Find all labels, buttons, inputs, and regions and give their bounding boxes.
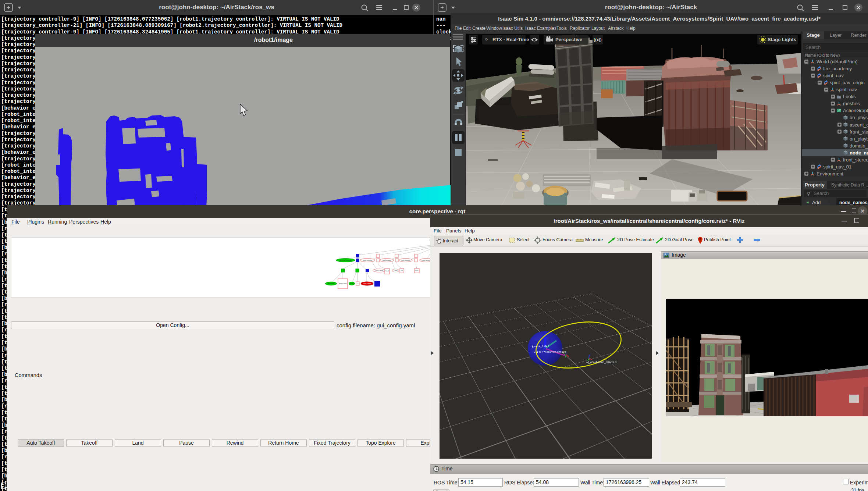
svg-text:armed: armed	[351, 283, 353, 284]
svg-text:on_phys: on_phys	[850, 115, 868, 120]
svg-text:Pause Commanded: Pause Commanded	[401, 260, 410, 261]
svg-text:x: 4.17 1726163996.082049: x: 4.17 1726163996.082049	[534, 351, 566, 353]
svg-text:Takeoff: Takeoff	[385, 270, 389, 272]
svg-text:▮ robot_1 Mk 1: ▮ robot_1 Mk 1	[532, 345, 549, 348]
svg-text:spirit_uav: spirit_uav	[836, 87, 857, 92]
svg-text:node_na: node_na	[850, 150, 868, 156]
svg-text:Pause: Pause	[416, 270, 419, 271]
svg-text:spirit_uav: spirit_uav	[823, 73, 844, 78]
svg-text:x-(_about)drone_camera.rt: x-(_about)drone_camera.rt	[586, 361, 616, 364]
svg-text:Land Commanded: Land Commanded	[383, 260, 391, 261]
svg-text:fire_academy: fire_academy	[823, 66, 852, 71]
svg-text:Auto Takeoff Commanded: Auto Takeoff Commanded	[339, 260, 352, 261]
svg-text:Takeoff Complete: Takeoff Complete	[375, 270, 383, 271]
svg-text:Looks: Looks	[843, 94, 856, 99]
svg-text:Rewind Commanded: Rewind Commanded	[421, 260, 431, 261]
svg-text:Landed: Landed	[394, 270, 398, 271]
svg-text:Takeoff Commanded: Takeoff Commanded	[363, 260, 372, 261]
svg-text:Environment: Environment	[817, 171, 843, 177]
svg-text:Request Control: Request Control	[339, 283, 347, 284]
svg-text:Takeoff Complete: Takeoff Complete	[363, 283, 371, 284]
svg-text:World (defaultPrim): World (defaultPrim)	[817, 59, 858, 64]
svg-text:domain_: domain_	[850, 143, 868, 149]
svg-text:front_stereo: front_stereo	[843, 157, 868, 163]
svg-text:spirit_uav_01: spirit_uav_01	[823, 164, 851, 170]
svg-text:arm: arm	[357, 283, 359, 285]
svg-text:ActionGraph: ActionGraph	[843, 108, 868, 113]
svg-text:ascent_c: ascent_c	[850, 122, 868, 128]
svg-text:Land: Land	[401, 270, 403, 271]
svg-text:on_playb: on_playb	[850, 136, 868, 142]
svg-text:meshes: meshes	[843, 101, 860, 106]
svg-text:Offboard Mode: Offboard Mode	[328, 283, 335, 284]
svg-text:front_ste: front_ste	[850, 129, 868, 135]
svg-text:spirit_uav_origin: spirit_uav_origin	[830, 80, 865, 85]
